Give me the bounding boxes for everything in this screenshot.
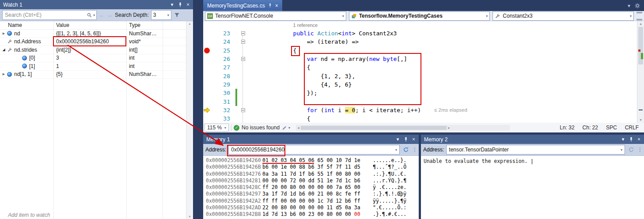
filter-icon[interactable] [174,12,180,19]
scroll-down-icon[interactable]: ▼ [637,118,644,122]
gear-icon[interactable] [634,3,640,9]
scroll-up-icon[interactable]: ▲ [637,22,644,26]
fold-collapse-icon[interactable] [241,108,245,112]
window-position-chevron-icon[interactable]: ▾ [168,1,176,8]
code-text[interactable]: }); [246,90,644,96]
watch-row-nd-address[interactable]: nd.Address0x000002556b194260void* [0,38,193,46]
code-text[interactable]: {1, 2, 3}, [246,73,644,79]
breakpoint-margin[interactable] [203,46,211,55]
breakpoint-margin[interactable] [203,55,211,63]
breakpoint-margin[interactable] [203,72,211,80]
code-line-27[interactable]: 27{ [203,63,644,72]
code-line-30[interactable]: 30}); [203,89,644,97]
memory-row[interactable]: 0x000002556B19426001 02 03 04 05 06 65 0… [206,157,419,164]
toolbar-overflow-icon[interactable]: ⋮ [637,147,642,153]
code-text[interactable]: { [246,64,644,71]
breakpoint-margin[interactable] [203,29,211,38]
issues-indicator[interactable]: ✓ No issues found [234,125,280,131]
window-position-chevron-icon[interactable]: ▾ [394,136,402,143]
tree-expander-icon[interactable]: ▶ [1,72,7,76]
editor-horizontal-scrollbar[interactable]: ◄ ► [296,125,510,131]
code-line-31[interactable]: 31 [203,97,644,106]
watch-row-nd-strides[interactable]: ◢nd.strides{int[2]}int[] [0,46,193,54]
code-text[interactable]: for (int i = 0; i < iterate; i++)≤ 2ms e… [246,107,644,113]
code-text[interactable]: { [246,115,644,122]
pin-icon[interactable] [627,136,635,143]
code-editor[interactable]: 1 reference23public Action<int> Constant… [203,21,644,123]
column-header-value[interactable]: Value [53,22,126,28]
codelens-references[interactable]: 1 reference [293,23,318,28]
toolbar-overflow-icon[interactable]: ⋮ [412,147,417,153]
memory-row[interactable]: 0x000002556B19428100 00 00 72 00 dd 51 1… [206,177,419,184]
editor-vertical-scrollbar[interactable]: ▲ ▼ [637,21,644,123]
watch-value[interactable]: {[[1, 2, 3], [4, 5, 6]]} [53,30,126,38]
watch-scrollbar[interactable]: ▲ ▼ [186,21,193,219]
member-dropdown[interactable]: Constant2x3 ▾ [492,11,634,21]
memory-row[interactable]: 0x000002556B1942AD22 00 80 00 00 00 00 1… [206,204,419,211]
tree-expander-icon[interactable]: ▶ [1,32,7,35]
column-divider[interactable] [163,21,163,219]
search-input[interactable] [4,11,86,19]
breakpoint-margin[interactable] [203,97,211,106]
watch-value[interactable]: 0x000002556b194260 [53,38,126,46]
code-line-29[interactable]: 29{4, 5, 6} [203,80,644,89]
watch-row--0-[interactable]: [0]3int [0,54,193,63]
memory-row[interactable]: 0x000002556B19426Bb6 00 1e 00 88 b6 3f 5… [206,164,419,170]
code-line-28[interactable]: 28{1, 2, 3}, [203,72,644,80]
watch-row-nd-1-1-[interactable]: ▶nd[1, 1]{5}NumShar… [0,71,193,79]
tab-close-icon[interactable]: × [275,3,278,9]
breakpoint-margin[interactable] [203,80,211,89]
tab-memorytestingcases[interactable]: MemoryTestingCases.cs × [203,0,282,11]
search-prev-icon[interactable]: ← [99,12,105,18]
watch-value[interactable]: 3 [53,54,126,62]
tab-pin-icon[interactable] [268,3,273,8]
pin-icon[interactable] [176,1,184,8]
watch-value[interactable]: 1 [53,62,126,70]
memory-row[interactable]: 0x000002556B1942A2ff ff 00 00 00 00 1c 7… [206,198,419,204]
watch-value[interactable]: {int[2]} [53,46,126,54]
code-line-33[interactable]: 33{ [203,114,644,123]
fold-collapse-icon[interactable] [241,40,245,44]
column-header-type[interactable]: Type [126,22,193,28]
watch-value[interactable]: {5} [53,71,126,79]
close-icon[interactable]: × [184,1,192,8]
watch-row-nd[interactable]: ▶nd{[[1, 2, 3], [4, 5, 6]]}NumShar… [0,30,193,38]
watch-search-box[interactable]: ▾ [2,10,97,20]
memory2-message-area[interactable]: Unable to evaluate the expression. [421,156,644,219]
code-line-26[interactable]: 26var nd = np.array(new byte[,] [203,55,644,63]
split-window-button[interactable] [636,12,642,20]
scroll-right-icon[interactable]: ► [447,126,451,129]
current-statement-arrow-icon[interactable] [203,106,211,114]
breakpoint-margin[interactable] [203,89,211,97]
scroll-left-icon[interactable]: ◄ [297,126,300,129]
watch-row--1-[interactable]: [1]1int [0,62,193,71]
code-text[interactable]: => (iterate) => [246,38,644,45]
add-item-to-watch-row[interactable]: Add item to watch [0,211,193,219]
status-spaces-mode[interactable]: SPC [602,125,621,131]
fold-collapse-icon[interactable] [241,31,245,35]
code-text[interactable]: public Action<int> Constant2x3 [246,30,644,37]
breakpoint-margin[interactable] [203,38,211,46]
memory-row[interactable]: 0x000002556B1942B81d 7d 13 b6 00 23 00 8… [206,211,419,218]
window-position-chevron-icon[interactable]: ▾ [619,136,627,143]
column-divider[interactable] [53,21,54,219]
type-dropdown[interactable]: Tensorflow.MemoryTestingCases ▾ [349,11,490,21]
search-options-chevron-icon[interactable]: ▾ [93,13,95,17]
code-text[interactable]: var nd = np.array(new byte[,] [246,56,644,62]
breakpoint-icon[interactable] [204,48,210,53]
memory-row[interactable]: 0x000002556B1942760a 3a 11 7d 1f b6 55 1… [206,171,419,177]
scroll-down-icon[interactable]: ▼ [188,215,191,218]
memory2-address-combo[interactable]: tensor.TensorDataPointer ▾ [446,145,625,155]
code-line-23[interactable]: 23public Action<int> Constant2x3 [203,29,644,38]
refresh-icon[interactable] [402,146,410,154]
scroll-up-icon[interactable]: ▲ [188,22,191,25]
column-divider[interactable] [126,21,127,219]
search-depth-combo[interactable]: 3 ▾ [151,10,171,20]
code-line-32[interactable]: 32for (int i = 0; i < iterate; i++)≤ 2ms… [203,106,644,114]
close-icon[interactable]: × [410,136,417,143]
breakpoint-margin[interactable] [203,114,211,123]
code-line-25[interactable]: 25{ [203,46,644,55]
fold-collapse-icon[interactable] [241,57,245,61]
breakpoint-margin[interactable] [203,63,211,72]
close-icon[interactable]: × [635,136,643,143]
